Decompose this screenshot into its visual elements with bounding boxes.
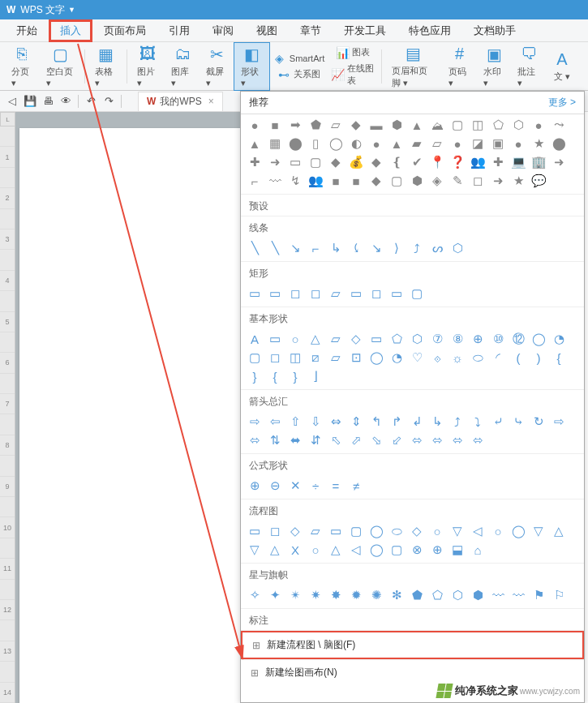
- shape-item[interactable]: △: [266, 542, 284, 558]
- shape-item[interactable]: ○: [489, 523, 507, 539]
- shape-item[interactable]: ❴: [388, 154, 406, 170]
- ribbon-small-图表[interactable]: 📊图表: [328, 45, 378, 61]
- shape-item[interactable]: ▢: [449, 117, 466, 133]
- close-tab-icon[interactable]: ×: [208, 96, 214, 107]
- ribbon-表格[interactable]: ▦表格 ▾: [88, 43, 123, 90]
- shape-item[interactable]: ↳: [428, 414, 446, 430]
- shape-item[interactable]: ✕: [286, 478, 304, 494]
- shape-item[interactable]: ⤹: [347, 240, 365, 256]
- shape-item[interactable]: ◻: [307, 285, 324, 302]
- shape-item[interactable]: ⇵: [307, 432, 324, 448]
- shape-item[interactable]: ⬡: [449, 587, 466, 603]
- shape-item[interactable]: ◯: [509, 523, 527, 539]
- shape-item[interactable]: ✹: [347, 587, 365, 603]
- shape-item[interactable]: ★: [530, 135, 547, 152]
- shape-item[interactable]: ⬃: [388, 432, 406, 448]
- shape-item[interactable]: ▲: [408, 117, 426, 133]
- shape-item[interactable]: ◯: [327, 135, 345, 152]
- shape-item[interactable]: ▢: [388, 542, 406, 558]
- menu-item-0[interactable]: 开始: [5, 19, 49, 42]
- shape-item[interactable]: ⤷: [509, 414, 527, 430]
- shape-item[interactable]: ▭: [388, 285, 406, 302]
- shape-item[interactable]: ⇦: [266, 414, 284, 430]
- shape-item[interactable]: ▽: [246, 542, 264, 558]
- shape-item[interactable]: △: [327, 542, 345, 558]
- shape-item[interactable]: ◫: [469, 117, 487, 133]
- shape-item[interactable]: ●: [530, 117, 547, 133]
- shape-item[interactable]: ▭: [266, 331, 284, 347]
- shape-item[interactable]: ⚑: [530, 587, 547, 603]
- shape-item[interactable]: ➜: [550, 154, 568, 170]
- shape-item[interactable]: 👥: [469, 154, 487, 170]
- shape-item[interactable]: ▲: [388, 135, 406, 152]
- shape-item[interactable]: ✚: [489, 154, 507, 170]
- ribbon-文[interactable]: A文 ▾: [546, 48, 578, 84]
- shape-item[interactable]: ⬤: [286, 135, 304, 152]
- shape-item[interactable]: ⬡: [449, 240, 466, 256]
- shape-item[interactable]: ⬠: [388, 331, 406, 347]
- undo-icon[interactable]: ↶: [83, 93, 99, 109]
- shape-item[interactable]: ⤴: [449, 414, 466, 430]
- shape-item[interactable]: X: [286, 542, 304, 558]
- shape-item[interactable]: {: [550, 349, 568, 366]
- shape-item[interactable]: ⬭: [469, 349, 487, 366]
- shape-item[interactable]: ▱: [428, 135, 446, 152]
- shape-item[interactable]: ◪: [469, 135, 487, 152]
- shape-item[interactable]: ⚐: [550, 587, 568, 603]
- shape-item[interactable]: =: [327, 478, 345, 494]
- save-icon[interactable]: 💾: [22, 93, 38, 109]
- shape-item[interactable]: ⤴: [408, 240, 426, 256]
- ribbon-截屏[interactable]: ✂截屏 ▾: [200, 43, 234, 90]
- shape-item[interactable]: ⊕: [428, 542, 446, 558]
- shape-item[interactable]: ⊕: [469, 331, 487, 347]
- shape-item[interactable]: A: [246, 331, 264, 347]
- shape-item[interactable]: ◁: [469, 523, 487, 539]
- shape-item[interactable]: ✚: [246, 154, 264, 170]
- shape-item[interactable]: △: [307, 331, 324, 347]
- shape-item[interactable]: ⤶: [489, 414, 507, 430]
- menu-item-6[interactable]: 章节: [289, 19, 333, 42]
- shape-item[interactable]: ⇨: [246, 414, 264, 430]
- menu-item-4[interactable]: 审阅: [201, 19, 245, 42]
- shape-item[interactable]: ◜: [489, 349, 507, 366]
- shape-item[interactable]: ➜: [266, 154, 284, 170]
- shape-item[interactable]: ↘: [286, 240, 304, 256]
- shape-item[interactable]: ⛰: [428, 117, 446, 133]
- shape-item[interactable]: ✸: [327, 587, 345, 603]
- shape-item[interactable]: ▱: [327, 285, 345, 302]
- preview-icon[interactable]: 👁: [58, 93, 74, 109]
- shape-item[interactable]: ○: [428, 523, 446, 539]
- ribbon-页码[interactable]: #页码 ▾: [442, 43, 477, 90]
- shape-item[interactable]: ◇: [408, 523, 426, 539]
- shape-item[interactable]: ▽: [530, 523, 547, 539]
- shape-item[interactable]: ●: [246, 117, 264, 133]
- shape-item[interactable]: 〰: [489, 587, 507, 603]
- shape-item[interactable]: ✴: [286, 587, 304, 603]
- shape-item[interactable]: ↱: [388, 414, 406, 430]
- shape-item[interactable]: ●: [509, 135, 527, 152]
- shape-item[interactable]: ⬁: [327, 432, 345, 448]
- shape-item[interactable]: ▭: [286, 154, 304, 170]
- shape-item[interactable]: ⇅: [266, 432, 284, 448]
- document-tab[interactable]: W 我的WPS ×: [138, 92, 223, 111]
- shape-item[interactable]: ⌐: [246, 173, 264, 189]
- shape-item[interactable]: 💻: [509, 154, 527, 170]
- shape-item[interactable]: ▭: [246, 285, 264, 302]
- shape-item[interactable]: ↻: [530, 414, 547, 430]
- shape-item[interactable]: ◔: [550, 331, 568, 347]
- shape-item[interactable]: ☼: [449, 349, 466, 366]
- shape-item[interactable]: ◻: [266, 349, 284, 366]
- shape-item[interactable]: ⬢: [388, 117, 406, 133]
- shape-item[interactable]: ▢: [408, 285, 426, 302]
- shape-item[interactable]: ⬟: [307, 117, 324, 133]
- shape-item[interactable]: ⬄: [428, 432, 446, 448]
- shape-item[interactable]: ✔: [408, 154, 426, 170]
- ribbon-水印[interactable]: ▣水印 ▾: [477, 43, 512, 90]
- shape-item[interactable]: ▢: [388, 173, 406, 189]
- shape-item[interactable]: ◻: [266, 523, 284, 539]
- ribbon-small-SmartArt[interactable]: ◈SmartArt: [270, 50, 328, 66]
- shape-item[interactable]: 💰: [347, 154, 365, 170]
- shape-item[interactable]: ⟐: [428, 349, 446, 366]
- shape-item[interactable]: ▱: [327, 117, 345, 133]
- shape-item[interactable]: ★: [509, 173, 527, 189]
